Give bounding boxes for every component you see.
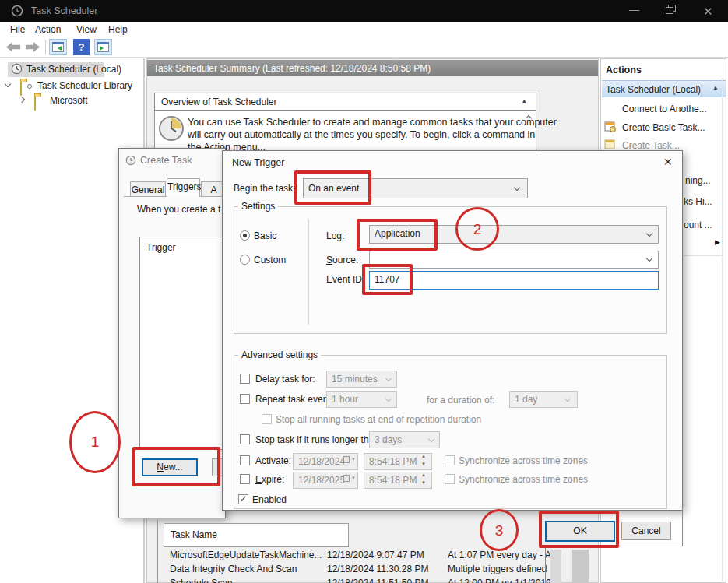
cell-next-run: 12/18/2024 11:51:50 PM — [327, 578, 429, 583]
cell-task-name: MicrosoftEdgeUpdateTaskMachine... — [170, 550, 322, 561]
delay-label: Delay task for: — [255, 374, 315, 385]
action-connect[interactable]: Connect to Anothe... — [622, 104, 707, 115]
stop-all-checkbox[interactable] — [262, 414, 272, 424]
stop-longer-checkbox[interactable] — [240, 434, 250, 444]
trigger-list[interactable]: Trigger — [139, 237, 227, 450]
calendar-icon — [343, 475, 350, 482]
delay-checkbox[interactable] — [240, 374, 250, 384]
event-id-input[interactable]: 11707 — [369, 271, 659, 290]
forward-arrow-icon[interactable] — [25, 41, 40, 56]
menu-action[interactable]: Action — [35, 24, 61, 36]
cell-next-run: 12/18/2024 11:30:28 PM — [327, 564, 429, 575]
overview-text-line2: will carry out automatically at the time… — [188, 129, 535, 141]
tree-item-task-scheduler-local[interactable]: Task Scheduler (Local) — [8, 62, 104, 77]
overview-title-bar: Overview of Task Scheduler ▴ — [154, 93, 536, 111]
close-button[interactable]: ✕ — [703, 5, 713, 19]
tree-item-microsoft[interactable]: Microsoft — [0, 93, 145, 107]
enabled-checkbox[interactable]: ✓ — [238, 494, 248, 504]
action-clipped-history[interactable]: ks Hi... — [684, 196, 712, 208]
basic-radio[interactable] — [240, 230, 250, 241]
basic-radio-label: Basic — [254, 230, 276, 242]
column-header-task-name: Task Name — [171, 529, 217, 541]
tree-item-label: Microsoft — [50, 95, 88, 107]
actions-section-header[interactable]: Task Scheduler (Local) ▲ — [602, 80, 726, 97]
expire-sync-checkbox[interactable] — [445, 474, 455, 484]
show-action-pane-icon[interactable] — [94, 39, 112, 55]
begin-task-label: Begin the task: — [234, 183, 295, 195]
calendar-icon — [343, 456, 350, 463]
minimize-button[interactable]: — — [629, 4, 639, 16]
activate-checkbox[interactable] — [240, 455, 250, 465]
duration-label: for a duration of: — [427, 395, 494, 406]
chevron-down-icon[interactable] — [5, 81, 11, 87]
show-console-tree-icon[interactable] — [49, 39, 67, 55]
stop-longer-label: Stop task if it runs longer than: — [255, 434, 382, 446]
app-clock-icon — [11, 5, 23, 20]
tree-item-label: Task Scheduler (Local) — [26, 64, 121, 76]
activate-label: Activate: — [255, 455, 291, 467]
repeat-checkbox[interactable] — [240, 394, 250, 404]
menu-file[interactable]: File — [10, 24, 25, 36]
menu-view[interactable]: View — [76, 24, 97, 36]
trigger-list-header: Trigger — [146, 242, 176, 254]
spinner-down-icon[interactable]: ▼ — [421, 462, 426, 466]
window-title: Task Scheduler — [31, 5, 97, 16]
spinner-down-icon[interactable]: ▼ — [421, 480, 426, 485]
new-trigger-button[interactable]: New... — [142, 458, 198, 476]
actions-scrollbar[interactable] — [722, 78, 723, 583]
task-scheduler-window: Task Scheduler — ✕ File Action View Help… — [0, 0, 728, 583]
help-icon[interactable]: ? — [73, 39, 90, 55]
back-arrow-icon[interactable] — [5, 41, 21, 56]
tab-general[interactable]: General — [130, 181, 166, 197]
date-dropdown-icon[interactable]: ▾ — [352, 475, 355, 481]
create-basic-task-icon — [604, 121, 616, 135]
title-bar: Task Scheduler — ✕ — [0, 0, 728, 22]
submenu-arrow-icon[interactable]: ▶ — [715, 238, 720, 246]
cell-triggers: Multiple triggers defined — [448, 564, 547, 575]
action-create-basic-task[interactable]: Create Basic Task... — [622, 122, 705, 134]
cell-triggers: At 1:07 PM every day - A... — [448, 550, 559, 561]
close-icon[interactable]: ✕ — [663, 156, 673, 168]
active-tasks-table: Task Name MicrosoftEdgeUpdateTaskMachine… — [146, 518, 599, 583]
tab-triggers[interactable]: Triggers — [167, 178, 200, 197]
custom-radio[interactable] — [240, 255, 250, 265]
expire-sync-label: Synchronize across time zones — [459, 474, 588, 486]
event-id-label: Event ID: — [326, 274, 364, 286]
expire-label: Expire: — [255, 474, 284, 486]
cell-triggers: At 12:00 PM on 1/1/2019 — [448, 578, 551, 583]
panel-scrollbar[interactable] — [572, 550, 589, 583]
cell-task-name: Data Integrity Check And Scan — [170, 564, 297, 575]
folder-icon — [34, 96, 36, 111]
collapse-arrow-icon[interactable]: ▴ — [522, 97, 526, 104]
spinner-up-icon[interactable]: ▲ — [421, 454, 426, 458]
log-combobox[interactable]: Application — [369, 225, 659, 244]
chevron-right-icon[interactable] — [19, 97, 25, 103]
create-task-intro: When you create a t — [137, 204, 220, 216]
spinner-up-icon[interactable]: ▲ — [421, 472, 426, 477]
overview-scrollbar[interactable] — [550, 550, 561, 583]
cancel-button[interactable]: Cancel — [621, 522, 671, 540]
expire-checkbox[interactable] — [240, 474, 250, 484]
collapse-section-icon[interactable]: ▲ — [712, 84, 719, 91]
source-label: Source: — [326, 255, 358, 266]
actions-section-label: Task Scheduler (Local) — [606, 84, 701, 96]
menu-help[interactable]: Help — [108, 24, 128, 36]
clock-icon — [11, 63, 23, 78]
action-clipped-account[interactable]: ount ... — [684, 220, 712, 231]
enabled-label: Enabled — [252, 494, 287, 506]
summary-header: Task Scheduler Summary (Last refreshed: … — [147, 60, 598, 76]
date-dropdown-icon[interactable]: ▾ — [352, 456, 355, 462]
dialog-clock-icon — [125, 155, 136, 169]
new-trigger-dialog: New Trigger ✕ Begin the task: On an even… — [222, 150, 683, 511]
custom-radio-label: Custom — [254, 255, 286, 266]
activate-sync-checkbox[interactable] — [445, 455, 455, 465]
table-header-cell[interactable]: Task Name — [164, 523, 349, 547]
source-combobox[interactable] — [369, 251, 659, 269]
stop-all-label: Stop all running tasks at end of repetit… — [276, 414, 481, 426]
overview-clock-icon — [158, 115, 185, 145]
activate-sync-label: Synchronize across time zones — [459, 455, 588, 467]
begin-task-combobox[interactable]: On an event — [303, 178, 528, 198]
action-clipped-running[interactable]: ning... — [685, 175, 711, 187]
tree-item-task-scheduler-library[interactable]: Task Scheduler Library — [0, 78, 145, 93]
advanced-settings-label: Advanced settings — [238, 349, 321, 360]
